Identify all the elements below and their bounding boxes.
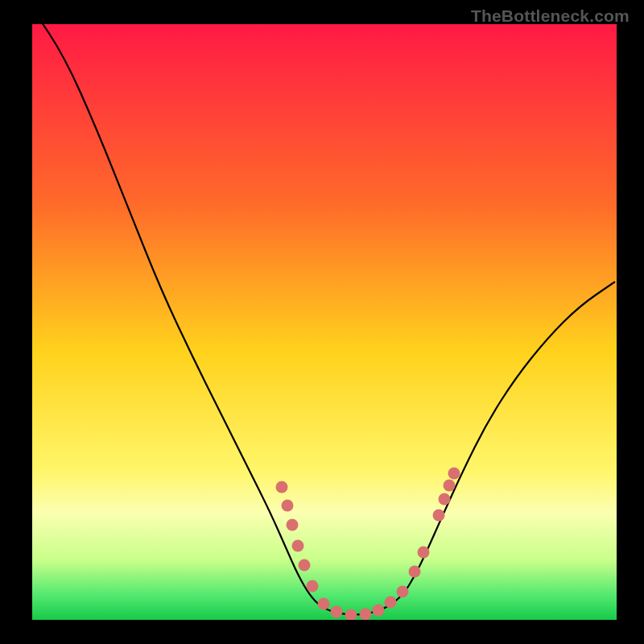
curve-marker bbox=[418, 547, 430, 559]
curve-marker bbox=[373, 605, 385, 617]
curve-marker bbox=[409, 566, 421, 578]
curve-marker bbox=[439, 493, 451, 506]
curve-marker bbox=[287, 519, 299, 531]
curve-marker bbox=[307, 580, 319, 592]
curve-marker bbox=[292, 540, 304, 552]
curve-marker bbox=[444, 480, 456, 492]
bottleneck-chart bbox=[0, 0, 644, 644]
curve-marker bbox=[331, 606, 343, 618]
curve-marker bbox=[345, 609, 357, 621]
curve-marker bbox=[318, 598, 330, 610]
curve-marker bbox=[299, 559, 311, 572]
curve-marker bbox=[276, 481, 288, 493]
curve-marker bbox=[385, 597, 397, 609]
chart-svg bbox=[0, 0, 644, 644]
watermark-text: TheBottleneck.com bbox=[471, 6, 630, 26]
curve-marker bbox=[448, 468, 460, 480]
curve-marker bbox=[282, 500, 294, 512]
curve-marker bbox=[433, 510, 445, 522]
curve-marker bbox=[360, 609, 372, 621]
curve-marker bbox=[397, 586, 409, 598]
plot-background-gradient bbox=[32, 24, 617, 620]
